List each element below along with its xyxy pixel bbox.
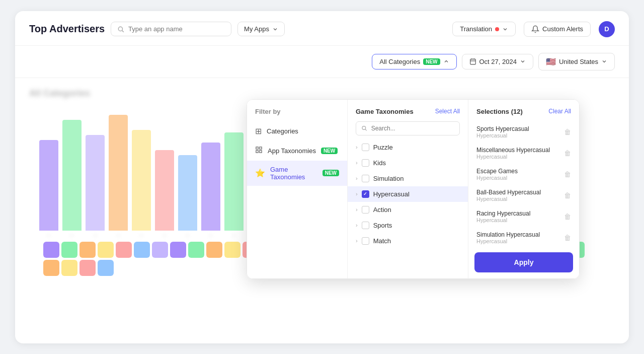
bar <box>86 135 105 231</box>
list-item <box>224 242 240 258</box>
checkbox-hypercasual[interactable] <box>362 190 369 198</box>
selections-list: Sports Hypercasual Hypercasual 🗑 Miscell… <box>468 121 579 248</box>
selection-item-name: Miscellaneous Hypercasual <box>476 147 550 154</box>
checkbox-kids[interactable] <box>362 159 369 167</box>
custom-alerts-label: Custom Alerts <box>542 25 583 33</box>
categories-label: All Categories <box>379 58 420 65</box>
svg-line-11 <box>365 129 367 131</box>
delete-selection-button[interactable]: 🗑 <box>564 170 571 178</box>
filter-item-categories-label: Categories <box>267 127 298 135</box>
expand-icon: › <box>356 222 358 228</box>
delete-selection-button[interactable]: 🗑 <box>564 234 571 242</box>
selection-item: Ball-Based Hypercasual Hypercasual 🗑 <box>468 185 579 206</box>
header: Top Advertisers My Apps Translation Cust… <box>15 11 629 46</box>
taxonomy-item-hypercasual[interactable]: › Hypercasual <box>348 186 468 202</box>
svg-rect-8 <box>256 150 258 152</box>
selection-item: Escape Games Hypercasual 🗑 <box>468 164 579 185</box>
checkbox-match[interactable] <box>362 237 369 245</box>
date-filter-button[interactable]: Oct 27, 2024 <box>462 54 533 69</box>
selection-item-sub: Hypercasual <box>476 132 529 138</box>
selection-item: Racing Hypercasual Hypercasual 🗑 <box>468 206 579 227</box>
bar-label: — <box>209 233 213 238</box>
taxonomy-item-match[interactable]: › Match <box>348 233 468 249</box>
custom-alerts-button[interactable]: Custom Alerts <box>524 22 591 37</box>
filter-item-game-taxonomies[interactable]: ⭐ Game Taxonomies NEW <box>247 161 347 186</box>
list-item <box>79 260 96 276</box>
clear-all-button[interactable]: Clear All <box>548 108 571 115</box>
apply-button[interactable]: Apply <box>474 252 573 272</box>
bar-label: — <box>70 233 74 238</box>
chevron-up-icon <box>443 58 449 64</box>
delete-selection-button[interactable]: 🗑 <box>564 213 571 221</box>
bar-group: — <box>178 155 197 238</box>
chevron-down-icon <box>272 26 278 32</box>
avatar[interactable]: D <box>599 21 615 37</box>
bar-label: — <box>47 233 51 238</box>
taxonomy-item-action[interactable]: › Action <box>348 202 468 218</box>
svg-point-10 <box>362 126 366 130</box>
page-title: Top Advertisers <box>29 23 105 35</box>
search-input[interactable] <box>128 25 209 33</box>
taxonomies-search-input[interactable] <box>371 125 454 132</box>
app-taxonomies-icon <box>255 146 263 156</box>
bar-group: — <box>155 150 174 238</box>
checkbox-sports[interactable] <box>362 222 369 229</box>
taxonomy-item-sports[interactable]: › Sports <box>348 218 468 233</box>
selection-item-text: Miscellaneous Hypercasual Hypercasual <box>476 147 550 160</box>
selection-item-name: Simulation Hypercasual <box>476 231 540 238</box>
taxonomy-item-kids[interactable]: › Kids <box>348 155 468 171</box>
bar-label: — <box>163 233 167 238</box>
country-filter-button[interactable]: 🇺🇸 United States <box>538 53 615 70</box>
select-all-button[interactable]: Select All <box>435 108 460 115</box>
list-item <box>152 242 168 258</box>
translation-status-dot <box>495 27 499 31</box>
taxonomy-label-kids: Kids <box>373 159 386 167</box>
taxonomy-item-puzzle[interactable]: › Puzzle <box>348 139 468 155</box>
expand-icon: › <box>356 238 358 244</box>
chart-title: All Categories <box>29 88 120 99</box>
header-right: Translation Custom Alerts D <box>452 21 615 37</box>
delete-selection-button[interactable]: 🗑 <box>564 149 571 157</box>
selection-item-text: Ball-Based Hypercasual Hypercasual <box>476 189 541 202</box>
bar-group: — <box>39 140 58 238</box>
delete-selection-button[interactable]: 🗑 <box>564 128 571 136</box>
expand-icon: › <box>356 191 358 197</box>
bar-group: — <box>201 143 220 238</box>
filter-item-app-taxonomies[interactable]: App Taxonomies NEW <box>247 141 347 161</box>
checkbox-action[interactable] <box>362 206 369 214</box>
filter-item-categories[interactable]: ⊞ Categories <box>247 121 347 141</box>
selections-header: Selections (12) Clear All <box>468 108 579 121</box>
svg-rect-7 <box>260 147 262 149</box>
taxonomies-search-bar <box>356 121 460 135</box>
bar-label: — <box>139 233 144 238</box>
delete-selection-button[interactable]: 🗑 <box>564 191 571 199</box>
expand-icon: › <box>356 206 358 213</box>
categories-icon: ⊞ <box>255 126 262 136</box>
svg-rect-6 <box>256 147 258 149</box>
filter-item-app-taxonomies-label: App Taxonomies <box>268 147 316 155</box>
app-taxonomies-badge: NEW <box>321 148 338 154</box>
filter-by-title: Filter by <box>247 108 347 121</box>
selection-item-text: Escape Games Hypercasual <box>476 168 518 181</box>
categories-filter-button[interactable]: All Categories NEW <box>372 54 456 69</box>
list-item <box>134 242 150 258</box>
main-card: Top Advertisers My Apps Translation Cust… <box>15 11 629 343</box>
my-apps-button[interactable]: My Apps <box>237 22 285 36</box>
expand-icon: › <box>356 144 358 150</box>
list-item <box>61 242 77 258</box>
search-bar <box>111 22 231 36</box>
expand-icon: › <box>356 175 358 181</box>
selection-item-name: Racing Hypercasual <box>476 210 530 217</box>
selection-item-name: Sports Hypercasual <box>476 125 529 132</box>
svg-point-0 <box>118 27 122 31</box>
checkbox-puzzle[interactable] <box>362 144 369 151</box>
selection-item-sub: Hypercasual <box>476 154 550 160</box>
date-label: Oct 27, 2024 <box>479 58 517 65</box>
game-taxonomies-icon: ⭐ <box>255 168 265 178</box>
filter-by-pane: Filter by ⊞ Categories App Taxonomies NE… <box>247 100 348 278</box>
taxonomy-item-simulation[interactable]: › Simulation <box>348 171 468 186</box>
translation-button[interactable]: Translation <box>452 22 516 36</box>
checkbox-simulation[interactable] <box>362 175 369 182</box>
bar <box>132 130 151 231</box>
bar-group: — <box>109 115 128 238</box>
